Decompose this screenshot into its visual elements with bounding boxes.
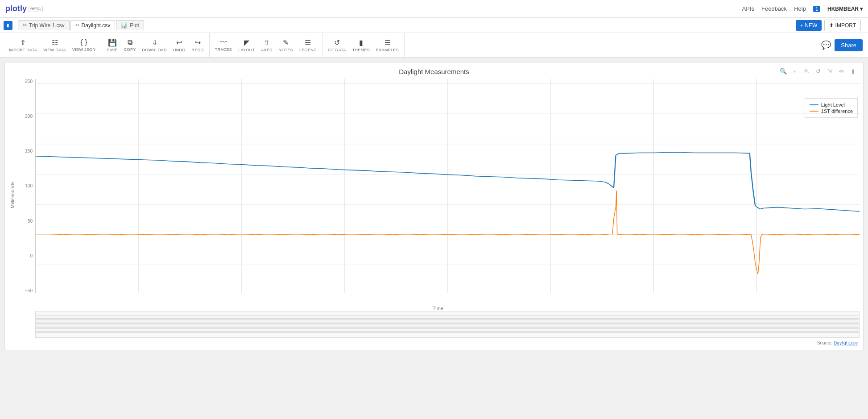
feedback-link[interactable]: Feedback bbox=[761, 5, 787, 12]
y-tick-150: 150 bbox=[25, 149, 33, 153]
y-tick-250: 250 bbox=[25, 79, 33, 84]
source-text: Source: bbox=[817, 340, 834, 345]
top-nav-left: plotly BETA bbox=[5, 4, 43, 13]
logo-text: plotly bbox=[5, 4, 27, 13]
y-tick-neg50: −50 bbox=[25, 288, 33, 293]
toolbar-tools-group: ↺ FIT DATA ▮ THEMES ☰ EXAMPLES bbox=[322, 33, 405, 58]
minimap-svg bbox=[36, 311, 859, 337]
traces-label: TRACES bbox=[215, 47, 232, 52]
tab-bar: ▮ ☷ Trip Wire 1.csv ☷ Daylight.csv 📊 Plo… bbox=[0, 18, 868, 33]
source-link[interactable]: Daylight.csv bbox=[834, 340, 858, 345]
copy-icon: ⧉ bbox=[128, 38, 132, 46]
y-tick-0: 0 bbox=[30, 253, 33, 258]
autoscale-btn[interactable]: ⇱ bbox=[802, 66, 811, 76]
chat-icon[interactable]: 💬 bbox=[821, 40, 831, 50]
share-button[interactable]: Share bbox=[835, 39, 863, 51]
toolbar-chart-group: 〰 TRACES ◤ LAYOUT ⇧ AXES ✎ NOTES ☰ LEGEN… bbox=[210, 33, 322, 58]
fit-data-label: FIT DATA bbox=[328, 48, 346, 52]
toolbar: ⇧ IMPORT DATA ☷ VIEW DATA { } VIEW JSON … bbox=[0, 33, 868, 58]
apis-link[interactable]: APIs bbox=[742, 5, 754, 12]
legend-btn[interactable]: ☰ LEGEND bbox=[297, 37, 319, 54]
toolbar-data-group: ⇧ IMPORT DATA ☷ VIEW DATA { } VIEW JSON bbox=[4, 33, 101, 58]
y-tick-50: 50 bbox=[28, 219, 33, 224]
minimap-range-selector[interactable] bbox=[35, 311, 860, 338]
import-data-btn[interactable]: ⇧ IMPORT DATA bbox=[6, 37, 40, 54]
save-icon: 💾 bbox=[108, 38, 117, 47]
undo-btn[interactable]: ↩ UNDO bbox=[170, 37, 188, 54]
import-data-label: IMPORT DATA bbox=[9, 48, 37, 52]
redo-label: REDO bbox=[192, 48, 204, 52]
layout-btn[interactable]: ◤ LAYOUT bbox=[236, 37, 257, 54]
toolbar-file-group: 💾 SAVE ⧉ COPY ⇩ DOWNLOAD ↩ UNDO ↪ REDO bbox=[101, 33, 210, 58]
tab-trip-wire[interactable]: ☷ Trip Wire 1.csv bbox=[18, 20, 70, 30]
add-btn[interactable]: + bbox=[790, 66, 800, 76]
axes-label: AXES bbox=[261, 48, 272, 52]
home-button[interactable]: ▮ bbox=[4, 21, 12, 30]
view-data-icon: ☷ bbox=[52, 38, 58, 47]
redo-btn[interactable]: ↪ REDO bbox=[189, 37, 207, 54]
undo-icon: ↩ bbox=[176, 38, 182, 47]
layout-icon: ◤ bbox=[244, 38, 249, 47]
view-json-btn[interactable]: { } VIEW JSON bbox=[70, 37, 98, 54]
copy-btn[interactable]: ⧉ COPY bbox=[121, 37, 139, 54]
plotly-logo[interactable]: plotly BETA bbox=[5, 4, 43, 13]
select-btn[interactable]: ▮ bbox=[848, 66, 858, 76]
chart-toolbar: 🔍 + ⇱ ↺ ⇲ ⇔ ▮ bbox=[778, 66, 858, 76]
tab-grid-icon-trip: ☷ bbox=[23, 23, 27, 28]
tab-daylight[interactable]: ☷ Daylight.csv bbox=[70, 20, 116, 31]
axes-icon: ⇧ bbox=[264, 38, 269, 47]
traces-btn[interactable]: 〰 TRACES bbox=[212, 37, 235, 54]
axes-btn[interactable]: ⇧ AXES bbox=[258, 37, 275, 54]
user-menu[interactable]: HKBMBEAR ▾ bbox=[827, 6, 863, 12]
help-link[interactable]: Help bbox=[794, 5, 806, 12]
plot-svg bbox=[36, 79, 860, 293]
traces-icon: 〰 bbox=[220, 38, 227, 46]
save-btn[interactable]: 💾 SAVE bbox=[104, 37, 120, 54]
import-button[interactable]: ⬆ IMPORT bbox=[824, 20, 861, 31]
themes-label: THEMES bbox=[352, 48, 370, 52]
tab-plot[interactable]: 📊 Plot bbox=[116, 20, 144, 30]
notes-label: NOTES bbox=[279, 48, 293, 52]
notes-btn[interactable]: ✎ NOTES bbox=[276, 37, 296, 54]
username: HKBMBEAR bbox=[827, 6, 859, 12]
y-axis: 250 200 150 100 50 0 −50 bbox=[17, 79, 34, 293]
legend-label: LEGEND bbox=[299, 48, 317, 52]
view-data-label: VIEW DATA bbox=[43, 48, 66, 52]
new-button[interactable]: + NEW bbox=[796, 20, 822, 31]
notes-icon: ✎ bbox=[283, 38, 289, 47]
plot-area[interactable] bbox=[35, 79, 860, 293]
undo-label: UNDO bbox=[173, 48, 186, 52]
zoom-in-btn[interactable]: 🔍 bbox=[778, 66, 788, 76]
x-axis-label: Time bbox=[433, 306, 443, 311]
fit-data-btn[interactable]: ↺ FIT DATA bbox=[325, 37, 349, 54]
view-json-icon: { } bbox=[81, 38, 87, 46]
examples-btn[interactable]: ☰ EXAMPLES bbox=[373, 37, 401, 54]
top-nav-right: APIs Feedback Help 1 HKBMBEAR ▾ bbox=[742, 5, 863, 12]
redo-icon: ↪ bbox=[195, 38, 201, 47]
reset-btn[interactable]: ↺ bbox=[813, 66, 823, 76]
chart-container: 🔍 + ⇱ ↺ ⇲ ⇔ ▮ Daylight Measurements Ligh… bbox=[4, 62, 864, 350]
chart-title: Daylight Measurements bbox=[8, 68, 860, 75]
layout-label: LAYOUT bbox=[238, 48, 255, 52]
view-data-btn[interactable]: ☷ VIEW DATA bbox=[41, 37, 69, 54]
notifications-badge[interactable]: 1 bbox=[813, 6, 820, 12]
source-label: Source: Daylight.csv bbox=[8, 340, 860, 346]
zoom-out-btn[interactable]: ⇲ bbox=[825, 66, 835, 76]
legend-icon: ☰ bbox=[305, 38, 311, 47]
download-btn[interactable]: ⇩ DOWNLOAD bbox=[140, 37, 169, 54]
share-area: 💬 Share bbox=[821, 39, 864, 51]
themes-icon: ▮ bbox=[359, 38, 363, 47]
tab-plot-label: Plot bbox=[130, 22, 139, 29]
pan-btn[interactable]: ⇔ bbox=[836, 66, 846, 76]
examples-label: EXAMPLES bbox=[376, 48, 399, 52]
top-nav: plotly BETA APIs Feedback Help 1 HKBMBEA… bbox=[0, 0, 868, 18]
save-label: SAVE bbox=[107, 48, 118, 52]
y-tick-200: 200 bbox=[25, 114, 33, 119]
y-axis-label: Milliseconds bbox=[8, 79, 17, 311]
action-buttons: + NEW ⬆ IMPORT bbox=[792, 20, 864, 31]
import-data-icon: ⇧ bbox=[20, 38, 26, 47]
view-json-label: VIEW JSON bbox=[72, 47, 95, 52]
themes-btn[interactable]: ▮ THEMES bbox=[350, 37, 372, 54]
download-label: DOWNLOAD bbox=[142, 48, 167, 52]
tab-grid-icon-daylight: ☷ bbox=[75, 23, 79, 28]
